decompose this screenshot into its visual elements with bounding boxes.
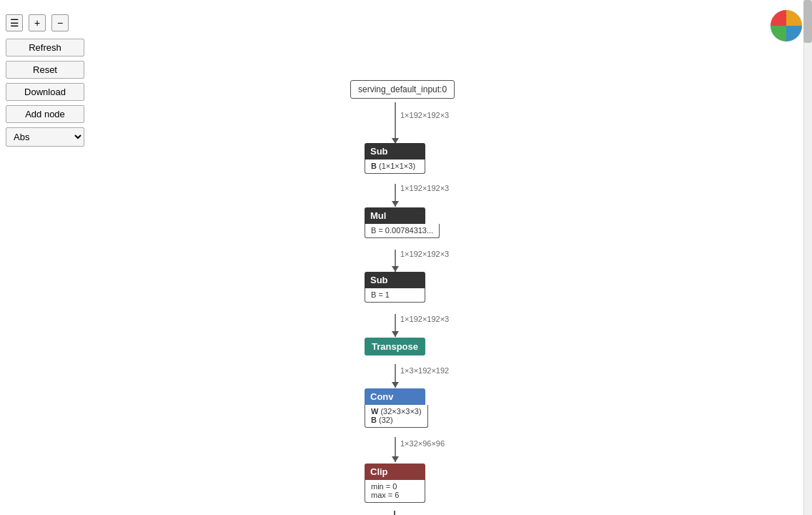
node-conv1[interactable]: Conv W (32×3×3×3) B (32)	[365, 388, 428, 428]
node-type-select[interactable]: Abs Add Conv Mul Sub Transpose Clip	[6, 127, 84, 147]
node-sub1[interactable]: Sub B (1×1×1×3)	[365, 143, 425, 174]
icon-bar: ☰ + −	[6, 14, 84, 31]
svg-marker-6	[392, 266, 399, 272]
graph-continues-indicator	[394, 511, 395, 515]
edge-label-1: 1×192×192×3	[400, 111, 449, 119]
node-transpose1[interactable]: Transpose	[365, 338, 425, 355]
zoom-out-icon[interactable]: −	[51, 14, 69, 31]
reset-button[interactable]: Reset	[6, 61, 84, 79]
download-button[interactable]: Download	[6, 83, 84, 101]
conv1-attr-w: W (32×3×3×3)	[371, 407, 422, 416]
svg-marker-12	[392, 456, 399, 462]
menu-icon[interactable]: ☰	[6, 14, 23, 31]
edge-label-4: 1×192×192×3	[400, 315, 449, 323]
edge-label-6: 1×32×96×96	[400, 439, 445, 448]
toolbar: ☰ + − Refresh Reset Download Add node Ab…	[6, 14, 84, 147]
node-mul1[interactable]: Mul B = 0.00784313...	[365, 207, 440, 238]
edge-label-5: 1×3×192×192	[400, 366, 449, 375]
zoom-in-icon[interactable]: +	[29, 14, 46, 31]
edge-label-2: 1×192×192×3	[400, 184, 449, 192]
clip1-attr-max: max = 6	[371, 491, 419, 499]
mul1-attr-b: B = 0.00784313...	[371, 226, 433, 235]
node-sub2[interactable]: Sub B = 1	[365, 272, 425, 303]
refresh-button[interactable]: Refresh	[6, 39, 84, 57]
input-node-label[interactable]: serving_default_input:0	[350, 80, 455, 99]
graph-area: serving_default_input:0 1×192×192×3 Sub …	[0, 0, 812, 515]
add-node-button[interactable]: Add node	[6, 105, 84, 123]
sub2-attr-b: B = 1	[371, 290, 390, 299]
sub1-attr-b: B (1×1×1×3)	[371, 162, 415, 170]
clip1-attr-min: min = 0	[371, 482, 419, 491]
scrollbar-thumb[interactable]	[803, 0, 812, 43]
svg-marker-10	[392, 382, 399, 388]
svg-marker-4	[392, 201, 399, 207]
edge-label-3: 1×192×192×3	[400, 250, 449, 258]
scrollbar-track	[803, 0, 812, 515]
node-clip1[interactable]: Clip min = 0 max = 6	[365, 464, 425, 503]
svg-marker-8	[392, 331, 399, 337]
conv1-attr-b: B (32)	[371, 416, 422, 424]
node-serving-default-input[interactable]: serving_default_input:0	[350, 80, 455, 99]
